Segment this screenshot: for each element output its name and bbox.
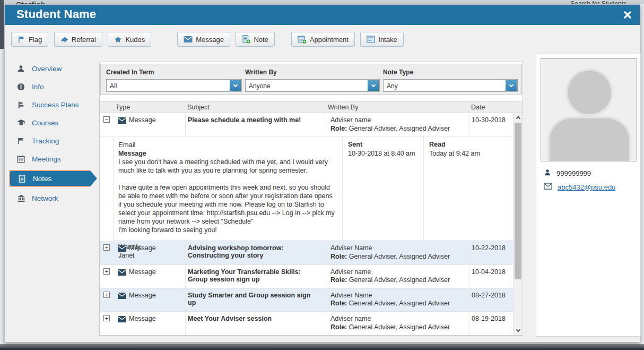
dialog-titlebar: Student Name <box>5 5 640 25</box>
kudos-button[interactable]: Kudos <box>108 32 151 47</box>
student-id: 999999999 <box>556 169 591 177</box>
expanded-message-detail: Email Message I see you don't have a mee… <box>114 136 514 241</box>
column-header-subject: Subject <box>187 104 210 111</box>
note-date: 10-04-2018 <box>469 265 514 288</box>
starfish-logo: Starfish <box>16 0 46 4</box>
calendar-icon <box>16 155 25 163</box>
close-icon[interactable] <box>623 10 632 20</box>
message-icon <box>117 268 127 278</box>
column-header-written-by: Written By <box>328 104 358 111</box>
expand-toggle[interactable]: + <box>103 315 110 321</box>
notes-panel: Created In Term All Written By Anyone No… <box>99 62 523 336</box>
person-icon <box>544 169 551 178</box>
background-bottom-bar <box>0 344 644 350</box>
intake-form-icon <box>367 36 375 43</box>
sidebar-item-info[interactable]: Info <box>9 80 100 93</box>
message-icon <box>117 315 127 325</box>
notes-list: − Message Please schedule a meeting with… <box>100 113 514 335</box>
background-page-strip: Starfish Search for Students <box>0 0 644 4</box>
notes-filters: Created In Term All Written By Anyone No… <box>100 64 522 95</box>
message-icon <box>117 116 127 126</box>
background-left-strip <box>0 0 4 49</box>
sidebar-item-meetings[interactable]: Meetings <box>9 152 100 166</box>
student-folder-dialog: Student Name Flag Referral Kudos Message… <box>4 4 640 343</box>
student-card: 999999999 abc5432@psu.edu <box>536 54 641 337</box>
sidebar-nav: Overview Info Success Plans Courses Trac… <box>9 62 100 209</box>
action-toolbar: Flag Referral Kudos Message Note Appoint… <box>11 32 407 48</box>
table-row[interactable]: + Message Meet Your Adviser session Advi… <box>100 312 514 335</box>
flag-icon <box>18 36 25 44</box>
column-header-type: Type <box>116 104 130 111</box>
column-header-date: Date <box>471 104 485 111</box>
appointment-calendar-icon <box>298 35 307 44</box>
sidebar-item-overview[interactable]: Overview <box>9 62 100 75</box>
page-title: Student Name <box>16 7 96 21</box>
referral-arrow-icon <box>60 36 68 44</box>
read-timestamp: Today at 9:42 am <box>429 150 500 157</box>
chevron-down-icon[interactable] <box>506 80 517 91</box>
table-row[interactable]: + Message Advising workshop tomorrow: Co… <box>100 241 514 264</box>
institution-icon <box>16 194 25 202</box>
flag-icon <box>16 137 25 145</box>
table-row[interactable]: + Message Marketing Your Transferrable S… <box>100 265 514 288</box>
email-icon <box>544 183 552 191</box>
expand-toggle[interactable]: + <box>103 292 110 298</box>
message-icon <box>117 244 127 254</box>
success-plans-icon <box>16 101 25 109</box>
sent-timestamp: 10-30-2018 at 8:40 am <box>348 150 419 157</box>
writer-name: Adviser name <box>330 268 465 277</box>
table-row[interactable]: − Message Please schedule a meeting with… <box>100 113 514 136</box>
message-envelope-icon <box>184 36 193 43</box>
scroll-up-icon[interactable] <box>514 113 523 122</box>
appointment-button[interactable]: Appointment <box>291 32 355 47</box>
scroll-down-icon[interactable] <box>514 326 523 335</box>
intake-button[interactable]: Intake <box>360 32 403 47</box>
chevron-down-icon[interactable] <box>368 80 379 91</box>
message-icon <box>117 292 127 301</box>
writer-name: Adviser name <box>330 315 465 323</box>
message-button[interactable]: Message <box>177 32 230 47</box>
note-type-select[interactable]: Any <box>383 79 518 92</box>
sidebar-item-network[interactable]: Network <box>9 191 100 205</box>
table-row[interactable]: + Message Study Smarter and Group sessio… <box>100 288 514 312</box>
flag-button[interactable]: Flag <box>11 32 48 47</box>
note-date: 10-22-2018 <box>469 241 514 264</box>
sidebar-item-courses[interactable]: Courses <box>9 116 100 130</box>
sidebar-item-tracking[interactable]: Tracking <box>9 134 100 148</box>
sidebar-item-notes[interactable]: Notes <box>9 170 90 187</box>
note-date: 08-27-2018 <box>469 288 514 311</box>
avatar <box>541 58 637 161</box>
written-by-select[interactable]: Anyone <box>245 79 380 92</box>
note-type-label: Note Type <box>383 69 518 76</box>
note-button[interactable]: Note <box>236 32 274 47</box>
created-in-term-select[interactable]: All <box>106 79 242 92</box>
referral-button[interactable]: Referral <box>54 32 102 47</box>
channel-label: Email <box>118 141 337 149</box>
note-date: 10-30-2018 <box>469 113 514 136</box>
search-for-students-link: Search for Students <box>570 0 626 4</box>
writer-name: Adviser Name <box>330 292 465 300</box>
table-header: Type Subject Written By Date <box>100 101 523 113</box>
note-date: 08-19-2018 <box>469 312 514 335</box>
collapse-toggle[interactable]: − <box>103 116 110 123</box>
sidebar-item-success-plans[interactable]: Success Plans <box>9 98 100 112</box>
written-by-label: Written By <box>245 69 380 76</box>
writer-name: Adviser name <box>330 116 465 125</box>
note-add-icon <box>242 35 250 44</box>
expand-toggle[interactable]: + <box>103 244 110 251</box>
created-in-term-label: Created In Term <box>106 69 242 76</box>
kudos-star-icon <box>114 36 122 44</box>
chevron-down-icon[interactable] <box>230 80 241 91</box>
document-icon <box>18 175 27 183</box>
graduation-cap-icon <box>16 119 25 126</box>
expand-toggle[interactable]: + <box>103 268 110 275</box>
writer-name: Adviser Name <box>330 244 465 253</box>
scrollbar-thumb[interactable] <box>515 123 521 279</box>
vertical-scrollbar[interactable] <box>513 113 522 335</box>
info-icon <box>16 83 25 91</box>
person-icon <box>16 65 25 73</box>
student-email-link[interactable]: abc5432@psu.edu <box>558 183 615 191</box>
